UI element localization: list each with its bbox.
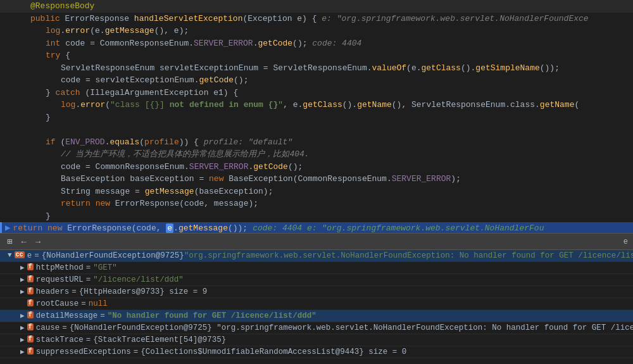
var-row-stackTrace[interactable]: ▶ f stackTrace = {StackTraceElement[54]@…: [0, 334, 633, 346]
code-line-2: log.error(e.getMessage(), e);: [0, 25, 633, 37]
toolbar-icon-grid[interactable]: ⊞: [5, 235, 14, 248]
toolbar-btn-back[interactable]: ←: [19, 236, 28, 248]
var-type-icon-stackTrace: f: [27, 336, 34, 342]
var-type-icon-suppressedExceptions: f: [27, 348, 34, 355]
var-type-icon-headers: f: [27, 287, 34, 294]
var-type-icon-requestURL: f: [27, 275, 34, 282]
debug-toolbar: ⊞ ← → e: [0, 233, 633, 250]
var-row-detailMessage[interactable]: ▶ f detailMessage = "No handler found fo…: [0, 310, 633, 322]
var-row-httpMethod[interactable]: ▶ f httpMethod = "GET": [0, 262, 633, 274]
e-label: e: [624, 237, 628, 246]
variables-panel: ▼ cc e = {NoHandlerFoundException@9725} …: [0, 250, 633, 364]
var-type-icon-rootCause: f: [27, 299, 34, 306]
var-type-icon-httpMethod: f: [27, 263, 34, 270]
code-line-17: }: [0, 210, 633, 223]
code-line-12: // 当为生产环境，不适合把具体的异常信息展示给用户，比如404.: [0, 148, 633, 161]
code-editor: @ResponseBody public ErrorResponse handl…: [0, 0, 633, 222]
var-row-rootCause[interactable]: ▶ f rootCause = null: [0, 298, 633, 310]
toolbar-btn-forward[interactable]: →: [34, 236, 42, 248]
ide-container: @ResponseBody public ErrorResponse handl…: [0, 0, 633, 364]
code-line-9: }: [0, 111, 633, 124]
var-type-icon-cause: f: [27, 323, 34, 330]
var-row-suppressedExceptions[interactable]: ▶ f suppressedExceptions = {Collections$…: [0, 346, 633, 358]
var-type-icon-detailMessage: f: [27, 311, 34, 318]
var-row-cause[interactable]: ▶ f cause = {NoHandlerFoundException@972…: [0, 322, 633, 334]
code-line-8: log.error("class [{}] not defined in enu…: [0, 99, 633, 111]
code-line-10: [0, 123, 633, 136]
code-line-6: code = servletExceptionEnum.getCode();: [0, 74, 633, 87]
code-line-1: public ErrorResponse handleServletExcept…: [0, 13, 633, 25]
var-row-requestURL[interactable]: ▶ f requestURL = "/licence/list/ddd": [0, 274, 633, 286]
code-line-11: if (ENV_PROD.equals(profile)) { profile:…: [0, 136, 633, 149]
code-line-annotation: @ResponseBody: [0, 0, 633, 13]
code-line-5: ServletResponseEnum servletExceptionEnum…: [0, 62, 633, 75]
code-line-13: code = CommonResponseEnum.SERVER_ERROR.g…: [0, 161, 633, 173]
code-line-3: int code = CommonResponseEnum.SERVER_ERR…: [0, 37, 633, 50]
code-line-15: String message = getMessage(baseExceptio…: [0, 185, 633, 198]
annotation-text: @ResponseBody: [30, 0, 94, 13]
code-line-14: BaseException baseException = new BaseEx…: [0, 173, 633, 185]
code-line-16: return new ErrorResponse(code, message);: [0, 198, 633, 210]
var-type-icon-e: cc: [15, 251, 25, 258]
var-row-headers[interactable]: ▶ f headers = {HttpHeaders@9733} size = …: [0, 286, 633, 298]
code-line-7: } catch (IllegalArgumentException e1) {: [0, 87, 633, 99]
exec-line: ▶ return new ErrorResponse(code, e.getMe…: [0, 222, 633, 233]
code-line-4: try {: [0, 49, 633, 62]
var-row-e[interactable]: ▼ cc e = {NoHandlerFoundException@9725} …: [0, 250, 633, 262]
